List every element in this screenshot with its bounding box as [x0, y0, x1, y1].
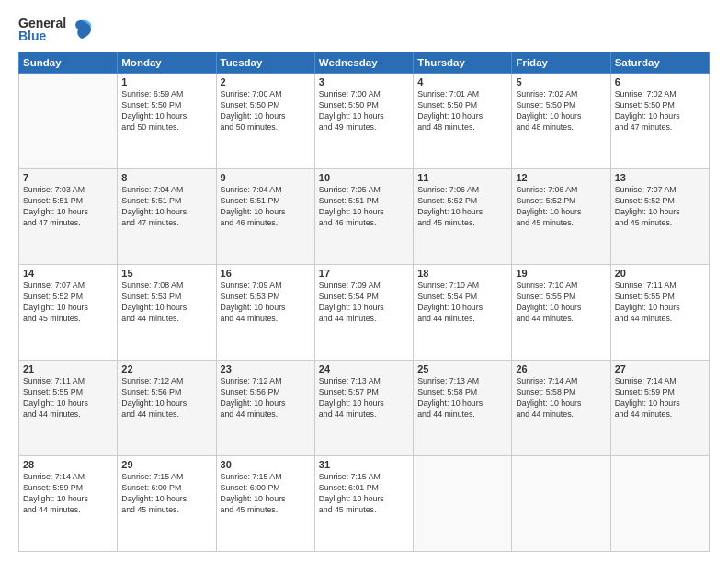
- calendar-col-header: Sunday: [19, 52, 118, 74]
- calendar-header-row: SundayMondayTuesdayWednesdayThursdayFrid…: [19, 52, 710, 74]
- cell-day-number: 8: [121, 172, 211, 183]
- calendar-col-header: Saturday: [610, 52, 709, 74]
- cell-day-number: 16: [221, 268, 311, 279]
- cell-info: Sunrise: 7:09 AM Sunset: 5:54 PM Dayligh…: [319, 281, 409, 325]
- cell-info: Sunrise: 7:03 AM Sunset: 5:51 PM Dayligh…: [23, 185, 113, 229]
- calendar-cell: 22Sunrise: 7:12 AM Sunset: 5:56 PM Dayli…: [118, 361, 216, 456]
- calendar-cell: 12Sunrise: 7:06 AM Sunset: 5:52 PM Dayli…: [512, 169, 610, 265]
- cell-day-number: 17: [319, 268, 409, 279]
- cell-info: Sunrise: 7:00 AM Sunset: 5:50 PM Dayligh…: [221, 89, 311, 133]
- cell-day-number: 18: [417, 268, 507, 279]
- calendar-cell: 30Sunrise: 7:15 AM Sunset: 6:00 PM Dayli…: [216, 456, 314, 552]
- cell-info: Sunrise: 7:07 AM Sunset: 5:52 PM Dayligh…: [23, 281, 113, 325]
- calendar-cell: 11Sunrise: 7:06 AM Sunset: 5:52 PM Dayli…: [414, 169, 512, 265]
- cell-day-number: 15: [121, 268, 211, 279]
- cell-info: Sunrise: 7:06 AM Sunset: 5:52 PM Dayligh…: [516, 185, 606, 229]
- calendar-cell: 4Sunrise: 7:01 AM Sunset: 5:50 PM Daylig…: [414, 74, 512, 169]
- calendar-cell: 8Sunrise: 7:04 AM Sunset: 5:51 PM Daylig…: [118, 169, 216, 265]
- cell-day-number: 2: [221, 76, 311, 87]
- calendar-cell: 24Sunrise: 7:13 AM Sunset: 5:57 PM Dayli…: [314, 361, 413, 456]
- cell-day-number: 20: [615, 268, 705, 279]
- logo-bird-icon: [69, 17, 95, 42]
- calendar-cell: 2Sunrise: 7:00 AM Sunset: 5:50 PM Daylig…: [216, 74, 314, 169]
- calendar-cell: 1Sunrise: 6:59 AM Sunset: 5:50 PM Daylig…: [118, 74, 216, 169]
- calendar-week-row: 14Sunrise: 7:07 AM Sunset: 5:52 PM Dayli…: [19, 265, 710, 361]
- cell-info: Sunrise: 7:15 AM Sunset: 6:00 PM Dayligh…: [221, 472, 311, 516]
- calendar-cell: 14Sunrise: 7:07 AM Sunset: 5:52 PM Dayli…: [19, 265, 118, 361]
- calendar-cell: 16Sunrise: 7:09 AM Sunset: 5:53 PM Dayli…: [216, 265, 314, 361]
- calendar-week-row: 28Sunrise: 7:14 AM Sunset: 5:59 PM Dayli…: [19, 456, 710, 552]
- cell-day-number: 4: [417, 76, 507, 87]
- cell-info: Sunrise: 6:59 AM Sunset: 5:50 PM Dayligh…: [121, 89, 211, 133]
- cell-info: Sunrise: 7:05 AM Sunset: 5:51 PM Dayligh…: [319, 185, 409, 229]
- cell-day-number: 3: [319, 76, 409, 87]
- calendar-cell: [512, 456, 610, 552]
- cell-info: Sunrise: 7:04 AM Sunset: 5:51 PM Dayligh…: [121, 185, 211, 229]
- cell-info: Sunrise: 7:11 AM Sunset: 5:55 PM Dayligh…: [23, 376, 113, 420]
- cell-day-number: 19: [516, 268, 606, 279]
- cell-day-number: 27: [615, 363, 705, 374]
- calendar-cell: [19, 74, 118, 169]
- cell-day-number: 13: [615, 172, 705, 183]
- calendar-cell: 20Sunrise: 7:11 AM Sunset: 5:55 PM Dayli…: [610, 265, 709, 361]
- cell-info: Sunrise: 7:07 AM Sunset: 5:52 PM Dayligh…: [615, 185, 705, 229]
- calendar-cell: 18Sunrise: 7:10 AM Sunset: 5:54 PM Dayli…: [414, 265, 512, 361]
- calendar-cell: 28Sunrise: 7:14 AM Sunset: 5:59 PM Dayli…: [19, 456, 118, 552]
- calendar-cell: [414, 456, 512, 552]
- cell-info: Sunrise: 7:13 AM Sunset: 5:58 PM Dayligh…: [417, 376, 507, 420]
- cell-day-number: 11: [417, 172, 507, 183]
- cell-info: Sunrise: 7:12 AM Sunset: 5:56 PM Dayligh…: [221, 376, 311, 420]
- cell-day-number: 23: [221, 363, 311, 374]
- calendar-cell: 17Sunrise: 7:09 AM Sunset: 5:54 PM Dayli…: [314, 265, 413, 361]
- calendar-col-header: Monday: [118, 52, 216, 74]
- calendar-cell: 29Sunrise: 7:15 AM Sunset: 6:00 PM Dayli…: [118, 456, 216, 552]
- calendar-col-header: Friday: [512, 52, 610, 74]
- calendar-week-row: 7Sunrise: 7:03 AM Sunset: 5:51 PM Daylig…: [19, 169, 710, 265]
- calendar-cell: 13Sunrise: 7:07 AM Sunset: 5:52 PM Dayli…: [610, 169, 709, 265]
- cell-info: Sunrise: 7:08 AM Sunset: 5:53 PM Dayligh…: [121, 281, 211, 325]
- calendar-cell: 27Sunrise: 7:14 AM Sunset: 5:59 PM Dayli…: [610, 361, 709, 456]
- cell-info: Sunrise: 7:14 AM Sunset: 5:59 PM Dayligh…: [23, 472, 113, 516]
- cell-info: Sunrise: 7:14 AM Sunset: 5:59 PM Dayligh…: [615, 376, 705, 420]
- calendar-cell: 5Sunrise: 7:02 AM Sunset: 5:50 PM Daylig…: [512, 74, 610, 169]
- calendar-week-row: 21Sunrise: 7:11 AM Sunset: 5:55 PM Dayli…: [19, 361, 710, 456]
- logo: General Blue: [18, 17, 95, 42]
- calendar-cell: 3Sunrise: 7:00 AM Sunset: 5:50 PM Daylig…: [314, 74, 413, 169]
- cell-info: Sunrise: 7:02 AM Sunset: 5:50 PM Dayligh…: [516, 89, 606, 133]
- cell-info: Sunrise: 7:13 AM Sunset: 5:57 PM Dayligh…: [319, 376, 409, 420]
- cell-info: Sunrise: 7:15 AM Sunset: 6:00 PM Dayligh…: [121, 472, 211, 516]
- calendar-cell: 19Sunrise: 7:10 AM Sunset: 5:55 PM Dayli…: [512, 265, 610, 361]
- calendar-cell: 6Sunrise: 7:02 AM Sunset: 5:50 PM Daylig…: [610, 74, 709, 169]
- cell-day-number: 26: [516, 363, 606, 374]
- cell-info: Sunrise: 7:04 AM Sunset: 5:51 PM Dayligh…: [221, 185, 311, 229]
- cell-day-number: 21: [23, 363, 113, 374]
- calendar-col-header: Tuesday: [216, 52, 314, 74]
- calendar-col-header: Wednesday: [314, 52, 413, 74]
- cell-info: Sunrise: 7:09 AM Sunset: 5:53 PM Dayligh…: [221, 281, 311, 325]
- calendar-cell: 23Sunrise: 7:12 AM Sunset: 5:56 PM Dayli…: [216, 361, 314, 456]
- cell-info: Sunrise: 7:15 AM Sunset: 6:01 PM Dayligh…: [319, 472, 409, 516]
- header: General Blue: [18, 17, 710, 42]
- cell-info: Sunrise: 7:00 AM Sunset: 5:50 PM Dayligh…: [319, 89, 409, 133]
- calendar-cell: 21Sunrise: 7:11 AM Sunset: 5:55 PM Dayli…: [19, 361, 118, 456]
- cell-day-number: 22: [121, 363, 211, 374]
- calendar-week-row: 1Sunrise: 6:59 AM Sunset: 5:50 PM Daylig…: [19, 74, 710, 169]
- calendar-cell: 7Sunrise: 7:03 AM Sunset: 5:51 PM Daylig…: [19, 169, 118, 265]
- cell-info: Sunrise: 7:02 AM Sunset: 5:50 PM Dayligh…: [615, 89, 705, 133]
- cell-day-number: 28: [23, 459, 113, 470]
- page: General Blue SundayMondayTuesdayWednesda…: [0, 0, 728, 563]
- cell-info: Sunrise: 7:01 AM Sunset: 5:50 PM Dayligh…: [417, 89, 507, 133]
- cell-day-number: 6: [615, 76, 705, 87]
- cell-info: Sunrise: 7:11 AM Sunset: 5:55 PM Dayligh…: [615, 281, 705, 325]
- calendar-cell: 31Sunrise: 7:15 AM Sunset: 6:01 PM Dayli…: [314, 456, 413, 552]
- cell-day-number: 9: [221, 172, 311, 183]
- cell-day-number: 14: [23, 268, 113, 279]
- calendar-cell: [610, 456, 709, 552]
- cell-day-number: 12: [516, 172, 606, 183]
- cell-day-number: 24: [319, 363, 409, 374]
- cell-info: Sunrise: 7:12 AM Sunset: 5:56 PM Dayligh…: [121, 376, 211, 420]
- cell-day-number: 30: [221, 459, 311, 470]
- cell-info: Sunrise: 7:06 AM Sunset: 5:52 PM Dayligh…: [417, 185, 507, 229]
- cell-info: Sunrise: 7:14 AM Sunset: 5:58 PM Dayligh…: [516, 376, 606, 420]
- calendar-cell: 10Sunrise: 7:05 AM Sunset: 5:51 PM Dayli…: [314, 169, 413, 265]
